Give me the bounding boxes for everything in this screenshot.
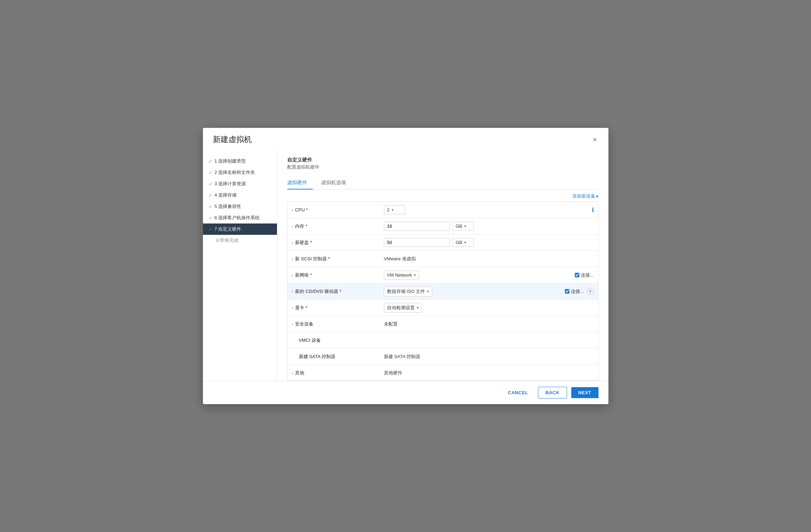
- sidebar: ✓1 选择创建类型✓2 选择名称和文件夹✓3 选择计算资源✓4 选择存储✓5 选…: [203, 150, 277, 381]
- unit-value: GB: [456, 223, 463, 229]
- hw-row-label-text: 新网络 *: [295, 272, 312, 278]
- close-button[interactable]: ×: [591, 135, 599, 145]
- check-icon: ✓: [209, 204, 212, 209]
- hw-row-sata: 新建 SATA 控制器新建 SATA 控制器: [288, 349, 598, 365]
- sidebar-item-step7[interactable]: ✓7 自定义硬件: [203, 223, 277, 235]
- hw-row-label-text: 新的 CD/DVD 驱动器 *: [295, 288, 341, 295]
- section-header: 自定义硬件 配置虚拟机硬件: [287, 157, 599, 170]
- sidebar-item-step8[interactable]: 8 即将完成: [203, 235, 277, 246]
- modal: 新建虚拟机 × ✓1 选择创建类型✓2 选择名称和文件夹✓3 选择计算资源✓4 …: [203, 128, 608, 404]
- hw-row-vmci: VMCI 设备: [288, 332, 598, 349]
- hw-row-label-text: 新建 SATA 控制器: [299, 353, 336, 360]
- connect-label-cd-dvd: 连接...: [571, 288, 584, 295]
- dropdown-arrow-icon: ▾: [427, 289, 429, 293]
- tab-virtual-hardware[interactable]: 虚拟硬件: [287, 177, 313, 189]
- hw-row-label-security: ›安全设备: [292, 321, 384, 327]
- chevron-icon[interactable]: ›: [292, 224, 293, 228]
- hw-row-value-other: 其他硬件: [384, 370, 594, 376]
- hw-row-value-cd-dvd: 数据存储 ISO 文件▾: [384, 287, 565, 296]
- dropdown-arrow-icon: ▾: [392, 208, 393, 212]
- hw-row-label-sata: 新建 SATA 控制器: [292, 353, 384, 360]
- hw-row-scsi: ›新 SCSI 控制器 *VMware 准虚拟: [288, 251, 598, 267]
- add-device-row: 添加新设备 ▾: [287, 189, 599, 202]
- select-cpu[interactable]: 2▾: [384, 205, 405, 214]
- info-icon-cpu[interactable]: ℹ: [592, 206, 594, 213]
- sidebar-item-step3[interactable]: ✓3 选择计算资源: [203, 178, 277, 189]
- tabs-bar: 虚拟硬件虚拟机选项: [287, 177, 599, 189]
- sidebar-item-step2[interactable]: ✓2 选择名称和文件夹: [203, 167, 277, 178]
- hw-row-value-security: 未配置: [384, 321, 594, 327]
- check-icon: ✓: [209, 159, 212, 164]
- hw-row-other: ›其他其他硬件: [288, 365, 598, 381]
- hw-row-value-sata: 新建 SATA 控制器: [384, 353, 594, 360]
- chevron-icon[interactable]: ›: [292, 240, 293, 245]
- sidebar-item-step1[interactable]: ✓1 选择创建类型: [203, 155, 277, 167]
- hw-row-label-text: 显卡 *: [295, 305, 307, 311]
- sidebar-item-step4[interactable]: ✓4 选择存储: [203, 189, 277, 201]
- select-network[interactable]: VM Network▾: [384, 271, 419, 279]
- sidebar-item-label: 4 选择存储: [215, 192, 237, 198]
- select-value: 数据存储 ISO 文件: [387, 288, 425, 295]
- chevron-icon[interactable]: ›: [292, 322, 293, 326]
- modal-title: 新建虚拟机: [213, 134, 252, 145]
- modal-overlay: 新建虚拟机 × ✓1 选择创建类型✓2 选择名称和文件夹✓3 选择计算资源✓4 …: [0, 0, 811, 532]
- hw-row-label-cd-dvd: ›新的 CD/DVD 驱动器 *: [292, 288, 384, 295]
- connect-label-network: 连接...: [581, 272, 594, 278]
- hw-row-security: ›安全设备未配置: [288, 316, 598, 332]
- hw-row-display: ›显卡 *自动检测设置▾: [288, 300, 598, 316]
- unit-arrow-icon: ▾: [464, 224, 466, 228]
- cancel-button[interactable]: CANCEL: [502, 387, 534, 398]
- check-icon: ✓: [209, 215, 212, 221]
- text-value-other: 其他硬件: [384, 370, 402, 376]
- input-memory[interactable]: [384, 222, 450, 231]
- chevron-icon[interactable]: ›: [292, 273, 293, 277]
- check-icon: ✓: [209, 170, 212, 175]
- hw-row-label-text: 安全设备: [295, 321, 313, 327]
- sidebar-item-step5[interactable]: ✓5 选择兼容性: [203, 201, 277, 212]
- unit-select-new-disk[interactable]: GB▾: [453, 238, 474, 247]
- dropdown-arrow-icon: ▾: [417, 306, 419, 310]
- chevron-icon[interactable]: ›: [292, 208, 293, 212]
- hw-row-value-cpu: 2▾: [384, 205, 592, 214]
- hw-row-label-text: 新 SCSI 控制器 *: [295, 256, 330, 262]
- connect-checkbox-cd-dvd[interactable]: 连接...: [565, 288, 584, 295]
- text-value-sata: 新建 SATA 控制器: [384, 353, 421, 360]
- connect-input-network[interactable]: [575, 273, 579, 277]
- sidebar-item-label: 2 选择名称和文件夹: [215, 169, 255, 176]
- add-device-button[interactable]: 添加新设备 ▾: [572, 193, 599, 199]
- tab-vm-options[interactable]: 虚拟机选项: [321, 177, 352, 189]
- hw-row-label-text: 内存 *: [295, 223, 307, 230]
- back-button[interactable]: BACK: [538, 387, 567, 398]
- connect-input-cd-dvd[interactable]: [565, 289, 569, 294]
- add-device-chevron: ▾: [596, 194, 599, 199]
- input-new-disk[interactable]: [384, 238, 450, 247]
- chevron-icon[interactable]: ›: [292, 257, 293, 261]
- hw-row-actions-cpu: ℹ: [592, 206, 594, 213]
- select-cd-dvd[interactable]: 数据存储 ISO 文件▾: [384, 287, 432, 296]
- hw-row-label-text: 其他: [295, 370, 304, 376]
- sidebar-item-label: 5 选择兼容性: [215, 203, 242, 210]
- hw-row-cd-dvd: ›新的 CD/DVD 驱动器 *数据存储 ISO 文件▾连接...✕: [288, 283, 598, 300]
- next-button[interactable]: NEXT: [571, 387, 599, 398]
- chevron-icon[interactable]: ›: [292, 306, 293, 310]
- hw-row-label-new-disk: ›新硬盘 *: [292, 239, 384, 246]
- check-icon: ✓: [209, 227, 212, 232]
- select-display[interactable]: 自动检测设置▾: [384, 303, 422, 313]
- connect-checkbox-network[interactable]: 连接...: [575, 272, 594, 278]
- sidebar-item-step6[interactable]: ✓6 选择客户机操作系统: [203, 212, 277, 223]
- hw-row-label-text: CPU *: [295, 207, 308, 213]
- chevron-icon[interactable]: ›: [292, 289, 293, 294]
- hw-row-cpu: ›CPU *2▾ℹ: [288, 202, 598, 218]
- text-value-security: 未配置: [384, 321, 398, 327]
- remove-icon-cd-dvd[interactable]: ✕: [587, 288, 594, 295]
- modal-footer: CANCEL BACK NEXT: [203, 381, 608, 404]
- section-subtitle: 配置虚拟机硬件: [287, 164, 599, 170]
- sidebar-item-label: 7 自定义硬件: [215, 226, 242, 232]
- sidebar-item-label: 6 选择客户机操作系统: [215, 215, 260, 221]
- sidebar-item-label: 3 选择计算资源: [215, 181, 246, 187]
- unit-select-memory[interactable]: GB▾: [453, 222, 474, 231]
- select-value: 自动检测设置: [387, 305, 415, 311]
- main-content: 自定义硬件 配置虚拟机硬件 虚拟硬件虚拟机选项 添加新设备 ▾ ›CPU *2▾…: [277, 150, 608, 381]
- chevron-icon[interactable]: ›: [292, 371, 293, 375]
- select-value: VM Network: [387, 272, 412, 278]
